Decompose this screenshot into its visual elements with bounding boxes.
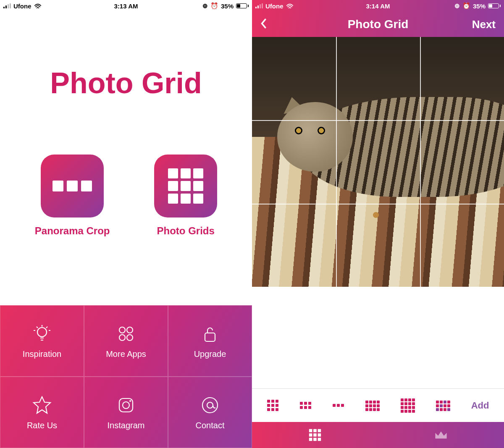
spacer <box>252 287 504 388</box>
orientation-lock-icon: ⊕ <box>454 2 460 10</box>
panorama-crop-button[interactable]: Panorama Crop <box>35 155 110 237</box>
back-button[interactable] <box>260 17 268 31</box>
battery-icon <box>236 3 249 8</box>
svg-rect-19 <box>318 438 321 441</box>
carrier-label: Ufone <box>13 3 32 10</box>
svg-rect-14 <box>309 433 312 437</box>
apps-icon <box>116 323 136 344</box>
svg-point-10 <box>207 402 213 408</box>
layout-option-4x3[interactable] <box>365 401 379 411</box>
panorama-3-icon <box>52 181 92 191</box>
menu-label: Upgrade <box>194 349 226 359</box>
crown-icon <box>434 428 448 442</box>
svg-rect-15 <box>313 433 317 437</box>
editor-topbar: Photo Grid Next <box>252 12 504 37</box>
status-bar: Ufone 3:13 AM ⊕ ⏰ 35% <box>0 0 252 12</box>
menu-rate-us[interactable]: Rate Us <box>0 377 84 448</box>
menu-label: Contact <box>196 421 225 430</box>
svg-point-9 <box>202 398 218 413</box>
alarm-icon: ⏰ <box>462 2 470 10</box>
status-bar: Ufone 3:14 AM ⊕ ⏰ 35% <box>252 0 504 12</box>
svg-rect-16 <box>318 433 321 437</box>
add-layout-button[interactable]: Add <box>471 400 489 411</box>
battery-pct-label: 35% <box>221 3 234 10</box>
svg-rect-13 <box>318 429 321 432</box>
home-menu-grid: Inspiration More Apps Upgrade Rate Us In… <box>0 305 252 448</box>
photo-preview[interactable] <box>252 37 504 287</box>
photo-grids-label: Photo Grids <box>157 225 215 237</box>
wifi-icon <box>34 3 42 9</box>
instagram-icon <box>116 395 136 416</box>
svg-rect-5 <box>205 333 215 341</box>
menu-label: Instagram <box>108 421 145 430</box>
menu-upgrade[interactable]: Upgrade <box>168 305 252 377</box>
svg-point-8 <box>129 400 131 402</box>
orientation-lock-icon: ⊕ <box>202 2 208 10</box>
svg-rect-11 <box>309 429 312 432</box>
screen-home: Ufone 3:13 AM ⊕ ⏰ 35% Photo Grid Panoram… <box>0 0 252 448</box>
page-title: Photo Grid <box>252 18 504 31</box>
battery-icon <box>488 3 501 8</box>
menu-instagram[interactable]: Instagram <box>84 377 168 448</box>
star-icon <box>32 395 52 416</box>
bottom-tabbar <box>252 422 504 448</box>
lightbulb-icon <box>32 323 52 344</box>
svg-point-3 <box>119 335 125 341</box>
signal-icon <box>255 3 263 8</box>
svg-point-7 <box>123 402 129 409</box>
app-title: Photo Grid <box>0 66 252 100</box>
tab-premium[interactable] <box>378 422 504 448</box>
layout-option-3x3[interactable] <box>267 400 278 411</box>
unlock-icon <box>200 323 220 344</box>
screen-editor: Ufone 3:14 AM ⊕ ⏰ 35% Photo Grid Next <box>252 0 504 448</box>
layout-option-4x3-alt[interactable] <box>436 401 450 411</box>
tab-grid[interactable] <box>252 422 378 448</box>
photo-grids-button[interactable]: Photo Grids <box>154 155 217 237</box>
svg-point-0 <box>37 327 47 337</box>
svg-rect-17 <box>309 438 312 441</box>
layout-option-3x2[interactable] <box>300 402 311 409</box>
signal-icon <box>3 3 11 8</box>
grid-icon <box>308 428 322 442</box>
svg-point-1 <box>119 327 125 333</box>
svg-rect-12 <box>313 429 317 432</box>
menu-more-apps[interactable]: More Apps <box>84 305 168 377</box>
menu-label: Rate Us <box>27 421 57 430</box>
menu-contact[interactable]: Contact <box>168 377 252 448</box>
panorama-crop-label: Panorama Crop <box>35 225 110 237</box>
at-icon <box>200 395 220 416</box>
alarm-icon: ⏰ <box>210 2 218 10</box>
svg-point-2 <box>127 327 133 333</box>
next-button[interactable]: Next <box>472 18 496 31</box>
menu-inspiration[interactable]: Inspiration <box>0 305 84 377</box>
carrier-label: Ufone <box>265 3 284 10</box>
layout-option-4x4[interactable] <box>401 398 415 412</box>
layout-option-3x1[interactable] <box>333 404 344 407</box>
menu-label: Inspiration <box>23 349 61 359</box>
preview-image <box>252 37 504 287</box>
grid-9-icon <box>168 168 203 204</box>
menu-label: More Apps <box>106 349 146 359</box>
svg-point-4 <box>127 335 133 341</box>
battery-pct-label: 35% <box>473 3 486 10</box>
layout-options-row: Add <box>252 388 504 422</box>
svg-rect-18 <box>313 438 317 441</box>
wifi-icon <box>286 3 294 9</box>
